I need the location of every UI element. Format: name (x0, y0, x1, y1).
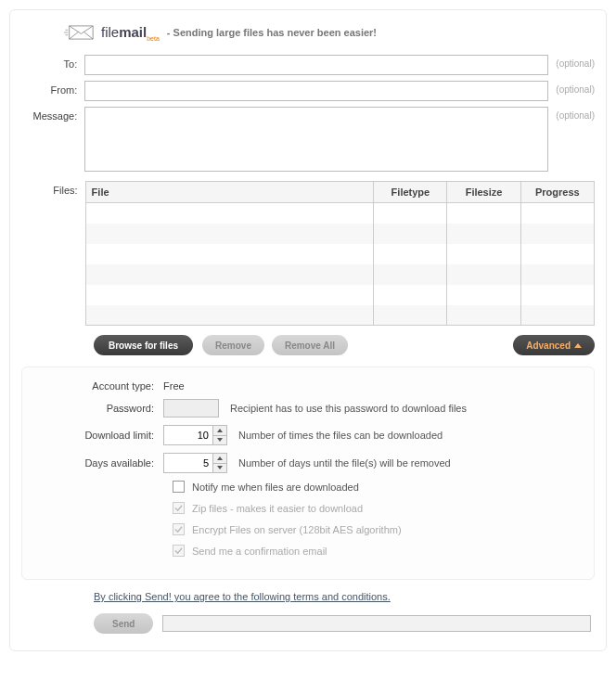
files-label: Files: (21, 181, 85, 326)
encrypt-checkbox (173, 523, 185, 535)
password-row: Password: Recipient has to use this pass… (33, 399, 583, 418)
send-row: Send (21, 613, 595, 634)
encrypt-row: Encrypt Files on server (128bit AES algo… (173, 523, 583, 535)
confirm-checkbox (173, 545, 185, 557)
files-table: File Filetype Filesize Progress (85, 181, 595, 326)
arrow-up-icon (217, 456, 223, 460)
arrow-up-icon (217, 429, 223, 432)
from-input[interactable] (84, 81, 548, 101)
zip-checkbox (173, 502, 185, 514)
remove-all-button[interactable]: Remove All (272, 335, 348, 355)
table-row (85, 264, 594, 285)
notify-row[interactable]: Notify me when files are downloaded (173, 481, 583, 493)
col-filetype-header: Filetype (374, 182, 447, 203)
files-row: Files: File Filetype Filesize Progress (21, 181, 595, 326)
remove-button[interactable]: Remove (202, 335, 264, 355)
col-file-header: File (85, 182, 374, 203)
main-panel: filemailbeta - Sending large files has n… (9, 9, 607, 651)
encrypt-label: Encrypt Files on server (128bit AES algo… (192, 524, 402, 535)
col-filesize-header: Filesize (447, 182, 520, 203)
download-limit-input[interactable] (163, 425, 213, 445)
to-optional: (optional) (556, 55, 595, 69)
days-row: Days available: Number of days until the… (33, 453, 583, 473)
spinner-down-button[interactable] (213, 463, 226, 472)
notify-checkbox[interactable] (173, 481, 185, 493)
download-limit-spinner (213, 425, 227, 445)
spinner-up-button[interactable] (213, 454, 226, 463)
logo-text: filemailbeta (101, 24, 160, 42)
download-limit-label: Download limit: (33, 430, 163, 441)
button-row: Browse for files Remove Remove All Advan… (21, 335, 595, 355)
download-limit-row: Download limit: Number of times the file… (33, 425, 583, 445)
send-button[interactable]: Send (94, 613, 153, 634)
to-row: To: (optional) (21, 55, 595, 75)
upload-progress-bar (162, 615, 591, 632)
to-label: To: (21, 55, 84, 70)
table-row (85, 285, 594, 305)
account-type-row: Account type: Free (33, 380, 583, 392)
message-label: Message: (21, 107, 84, 122)
download-limit-help: Number of times the files can be downloa… (238, 430, 443, 441)
terms-row: By clicking Send! you agree to the follo… (94, 591, 595, 602)
browse-button[interactable]: Browse for files (94, 335, 193, 355)
days-help: Number of days until the file(s) will be… (238, 457, 451, 469)
tagline: - Sending large files has never been eas… (167, 27, 377, 38)
table-row (85, 203, 594, 224)
password-label: Password: (33, 403, 163, 414)
chevron-up-icon (574, 343, 582, 348)
arrow-down-icon (217, 438, 223, 442)
message-input[interactable] (84, 107, 548, 172)
from-row: From: (optional) (21, 81, 595, 101)
password-input (163, 399, 219, 418)
zip-label: Zip files - makes it easier to download (192, 503, 363, 514)
to-input[interactable] (84, 55, 548, 75)
table-row (85, 244, 594, 264)
days-spinner (213, 453, 227, 473)
spinner-down-button[interactable] (213, 435, 226, 444)
table-row (85, 224, 594, 244)
confirm-row: Send me a confirmation email (173, 545, 583, 557)
advanced-panel: Account type: Free Password: Recipient h… (21, 366, 595, 580)
notify-label: Notify me when files are downloaded (192, 482, 359, 493)
col-progress-header: Progress (520, 182, 594, 203)
message-optional: (optional) (556, 107, 595, 121)
from-optional: (optional) (556, 81, 595, 95)
envelope-icon (64, 23, 96, 42)
message-row: Message: (optional) (21, 107, 595, 172)
table-row (85, 305, 594, 326)
advanced-button[interactable]: Advanced (513, 335, 595, 355)
account-type-value: Free (163, 380, 185, 392)
account-type-label: Account type: (33, 380, 163, 392)
days-label: Days available: (33, 457, 163, 469)
zip-row: Zip files - makes it easier to download (173, 502, 583, 514)
arrow-down-icon (217, 466, 223, 469)
confirm-label: Send me a confirmation email (192, 546, 327, 557)
from-label: From: (21, 81, 84, 96)
terms-link[interactable]: By clicking Send! you agree to the follo… (94, 591, 391, 602)
spinner-up-button[interactable] (213, 426, 226, 435)
days-input[interactable] (163, 453, 213, 473)
password-help: Recipient has to use this password to do… (230, 403, 467, 414)
header: filemailbeta - Sending large files has n… (64, 23, 595, 42)
